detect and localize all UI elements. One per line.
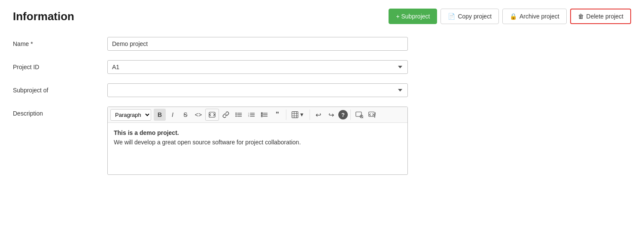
svg-line-27	[362, 118, 363, 118]
header-buttons: + Subproject 📄 Copy project 🔒 Archive pr…	[389, 9, 631, 24]
toolbar-divider-1	[286, 110, 286, 120]
svg-rect-28	[369, 112, 374, 116]
page-header: Information + Subproject 📄 Copy project …	[13, 9, 631, 24]
table-button[interactable]: ▼	[289, 110, 307, 120]
help-button[interactable]: ?	[338, 110, 348, 119]
add-subproject-button[interactable]: + Subproject	[389, 9, 437, 24]
project-id-row: Project ID A1	[13, 60, 631, 74]
archive-icon: 🔒	[510, 13, 517, 20]
delete-project-button[interactable]: 🗑 Delete project	[570, 9, 631, 24]
undo-button[interactable]: ↩	[313, 109, 325, 121]
italic-button[interactable]: I	[167, 109, 179, 121]
svg-line-29	[375, 113, 376, 117]
archive-project-button[interactable]: 🔒 Archive project	[502, 9, 567, 24]
subproject-field-wrap	[107, 83, 408, 97]
name-input[interactable]	[107, 37, 408, 51]
name-field-wrap	[107, 37, 408, 51]
code-block-button[interactable]	[205, 109, 219, 121]
subproject-select[interactable]	[107, 83, 408, 97]
editor-toolbar: Paragraph B I S <>	[108, 107, 407, 123]
ordered-list-button[interactable]: 1. 2. 3.	[246, 109, 258, 121]
paragraph-style-select[interactable]: Paragraph	[110, 109, 151, 121]
code-button[interactable]: <>	[192, 109, 204, 121]
strikethrough-button[interactable]: S	[179, 109, 191, 121]
svg-text:3.: 3.	[248, 116, 249, 117]
blockquote-button[interactable]: "	[271, 109, 283, 121]
copy-icon: 📄	[448, 13, 455, 20]
subproject-row: Subproject of	[13, 83, 631, 97]
svg-rect-17	[261, 116, 262, 117]
svg-rect-15	[261, 114, 262, 116]
svg-rect-24	[356, 112, 361, 116]
svg-point-26	[361, 116, 362, 117]
copy-project-button[interactable]: 📄 Copy project	[440, 9, 499, 24]
toolbar-divider-2	[310, 110, 310, 120]
rich-text-editor: Paragraph B I S <>	[107, 107, 408, 175]
description-editor-wrap: Paragraph B I S <>	[107, 107, 408, 175]
page-title: Information	[13, 10, 74, 23]
name-label: Name *	[13, 37, 99, 47]
svg-point-3	[235, 114, 237, 116]
trash-icon: 🗑	[578, 13, 584, 20]
description-text-line: We will develop a great open source soft…	[114, 137, 401, 147]
editor-content[interactable]: This is a demo project. We will develop …	[108, 123, 407, 174]
preview-button[interactable]	[353, 109, 365, 121]
table-dropdown-arrow: ▼	[299, 112, 304, 118]
project-id-select[interactable]: A1	[107, 60, 408, 74]
redo-button[interactable]: ↪	[325, 109, 337, 121]
source-button[interactable]	[366, 109, 378, 121]
project-id-label: Project ID	[13, 60, 99, 70]
bullet-list-button[interactable]	[233, 109, 245, 121]
info-form: Name * Project ID A1 Subproject of Descr…	[13, 37, 631, 175]
task-list-button[interactable]	[258, 109, 270, 121]
name-row: Name *	[13, 37, 631, 51]
svg-rect-0	[209, 112, 215, 117]
bold-button[interactable]: B	[154, 109, 166, 121]
subproject-label: Subproject of	[13, 83, 99, 94]
link-button[interactable]	[220, 109, 232, 121]
toolbar-divider-3	[350, 110, 351, 120]
svg-point-1	[235, 113, 237, 114]
svg-rect-19	[292, 112, 298, 118]
project-id-field-wrap: A1	[107, 60, 408, 74]
description-row: Description Paragraph B I S <>	[13, 107, 631, 175]
description-bold-line: This is a demo project.	[114, 128, 401, 137]
svg-point-5	[235, 116, 237, 117]
description-label: Description	[13, 107, 99, 117]
